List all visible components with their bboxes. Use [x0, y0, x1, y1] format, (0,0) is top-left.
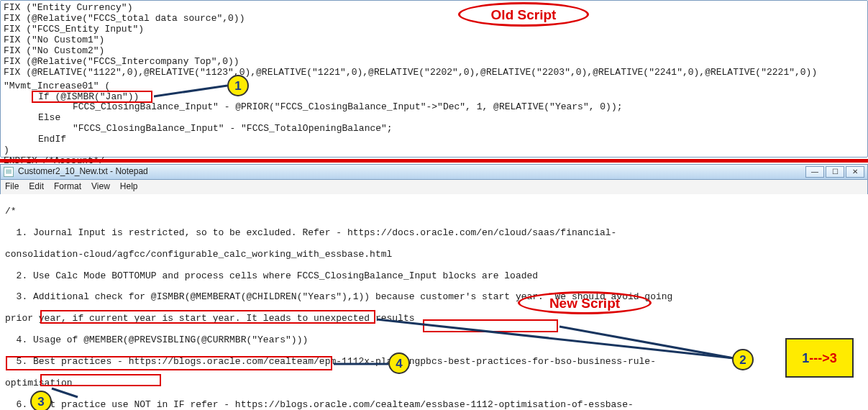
- notepad-icon: [4, 167, 14, 177]
- panel-separator: [0, 159, 868, 163]
- code-line: Else: [4, 113, 864, 124]
- maximize-button[interactable]: ☐: [826, 166, 844, 178]
- legend-arrow: --->: [809, 352, 830, 365]
- old-script-label: Old Script: [491, 8, 557, 22]
- highlight-new-if: [40, 374, 161, 386]
- menu-help[interactable]: Help: [120, 182, 138, 192]
- notepad-title: Customer2_10_New.txt - Notepad: [18, 167, 148, 177]
- old-script-oval: Old Script: [458, 2, 589, 27]
- code-line: EndIf: [4, 135, 864, 145]
- highlight-journal-input: [423, 319, 558, 332]
- highlight-fix-entity: [40, 310, 375, 324]
- legend-box: 1 ---> 3: [785, 338, 854, 378]
- legend-right: 3: [830, 352, 837, 365]
- code-line: 6. Best practice use NOT in IF refer - h…: [5, 400, 863, 410]
- bubble-4: 4: [388, 352, 410, 374]
- highlight-calcmode: [6, 356, 332, 370]
- bubble-3: 3: [30, 391, 52, 410]
- new-script-label: New Script: [549, 296, 620, 310]
- code-line: FIX (@Relative("FCCS_total data source",…: [4, 14, 864, 24]
- notepad-titlebar[interactable]: Customer2_10_New.txt - Notepad — ☐ ✕: [0, 164, 868, 180]
- code-line: FIX (@RELATIVE("1122",0),@RELATIVE("1123…: [4, 68, 864, 78]
- menu-view[interactable]: View: [91, 182, 110, 192]
- highlight-old-if: [32, 91, 152, 103]
- code-line: "FCCS_ClosingBalance_Input" - "FCCS_Tota…: [4, 124, 864, 135]
- old-script-panel: FIX ("Entity Currency") FIX (@Relative("…: [0, 0, 868, 158]
- bubble-1: 1: [227, 75, 249, 96]
- code-line: FIX (@Relative("FCCS_Intercompany Top",0…: [4, 57, 864, 68]
- menu-edit[interactable]: Edit: [29, 182, 44, 192]
- code-line: FIX ("No Custom2"): [4, 46, 864, 57]
- legend-left: 1: [802, 352, 809, 365]
- code-line: 2. Use Calc Mode BOTTOMUP and process ce…: [5, 271, 863, 282]
- bubble-2: 2: [732, 349, 754, 370]
- code-line: 4. Usage of @MEMBER(@PREVSIBLING(@CURRMB…: [5, 335, 863, 346]
- menu-format[interactable]: Format: [54, 182, 81, 192]
- window-buttons: — ☐ ✕: [804, 166, 864, 178]
- menu-file[interactable]: File: [5, 182, 19, 192]
- code-line: FIX ("No Custom1"): [4, 35, 864, 46]
- new-script-oval: New Script: [518, 291, 652, 314]
- code-line: consolidation-cloud/agfcc/configurable_c…: [5, 250, 863, 260]
- code-line: FIX ("Entity Currency"): [4, 3, 864, 14]
- code-line: FCCS_ClosingBalance_Input" - @PRIOR("FCC…: [4, 102, 864, 113]
- notepad-menubar: File Edit Format View Help: [0, 180, 868, 194]
- code-line: 3. Additional check for @ISMBR(@MEMBERAT…: [5, 292, 863, 303]
- code-line: ): [4, 145, 864, 156]
- minimize-button[interactable]: —: [805, 166, 824, 178]
- code-line: /*: [5, 206, 863, 217]
- notepad-window: Customer2_10_New.txt - Notepad — ☐ ✕ Fil…: [0, 164, 868, 410]
- close-button[interactable]: ✕: [846, 166, 864, 178]
- code-line: FIX ("FCCS_Entity Input"): [4, 24, 864, 35]
- code-line: 1. Journal Input is restricted, so to be…: [5, 228, 863, 239]
